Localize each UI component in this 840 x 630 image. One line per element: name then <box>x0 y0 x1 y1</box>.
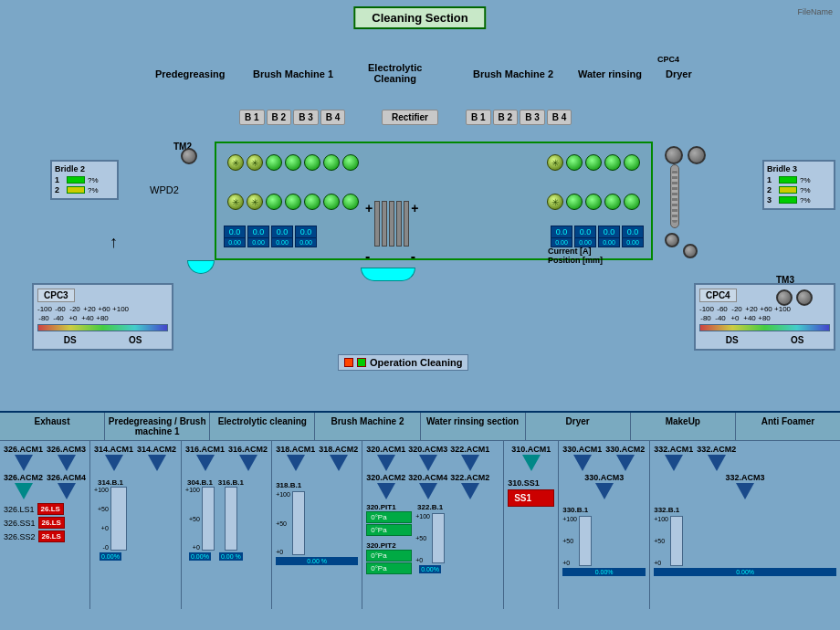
brush2-b4-button[interactable]: B 4 <box>547 110 572 125</box>
gauge-304-bar-area: +100 +50 +0 <box>185 487 215 551</box>
brush2-b2-button[interactable]: B 2 <box>493 110 519 125</box>
gauge-314-bar <box>110 487 127 551</box>
brush1-b2-button[interactable]: B 2 <box>267 110 292 125</box>
gauge-322: 322.B.1 +100 +50 +0 0.00% <box>415 503 445 574</box>
antifoamer-col: 332.ACM1 332.ACM2 332.ACM3 332.B.1 <box>650 441 840 609</box>
brush-circle-1 <box>266 154 282 171</box>
gauge-314: 314.B.1 +100 +50 +0 -0 0.00% <box>94 478 127 561</box>
brush2-b1-button[interactable]: B 1 <box>466 110 491 125</box>
acm-326-3: 326.ACM3 <box>47 445 86 471</box>
acm-330-1: 330.ACM1 <box>562 445 602 471</box>
bridle2-bar1 <box>67 176 85 184</box>
pit1-pa2: 0°Pa <box>366 524 412 536</box>
gauge-330-scale: +100 +50 +0 <box>562 516 577 566</box>
cpc4-ds-os: DS OS <box>699 335 830 345</box>
exhaust-acm-row1: 326.ACM1 326.ACM3 <box>4 445 86 471</box>
cpc4-scale-1: -100-60-20+20+60+100 <box>699 305 830 313</box>
cpc4-title: CPC4 <box>699 289 737 302</box>
gauge-r1: 0.0 <box>551 226 572 238</box>
brush-circle-4 <box>323 154 340 171</box>
tab-predegreasing[interactable]: Predegreasing / Brush machine 1 <box>105 413 210 440</box>
minus-sign-r: - <box>411 248 415 265</box>
funnel-332-1 <box>665 455 683 471</box>
gauge-316: 316.B.1 0.00 % <box>218 478 244 561</box>
current-label: Current [A] <box>548 247 603 256</box>
gauge-316-label: 316.B.1 <box>218 478 244 487</box>
tab-makeup[interactable]: MakeUp <box>631 413 736 440</box>
bridle2-title: Bridle 2 <box>55 164 114 173</box>
gauge-330-area: 330.B.1 +100 +50 +0 0.00% <box>562 503 646 576</box>
funnel-330-1 <box>573 455 592 471</box>
gauge-316-bar-area <box>225 487 237 551</box>
gauge-318-area: 318.B.1 +100 +50 +0 0.00 % <box>276 478 358 565</box>
brush2-col: 318.ACM1 318.ACM2 318.B.1 +100 +50 +0 <box>272 441 362 609</box>
acm-332-1: 332.ACM1 <box>654 445 693 471</box>
tab-antifoamer[interactable]: Anti Foamer <box>736 413 840 440</box>
rectifier-button[interactable]: Rectifier <box>382 110 438 125</box>
cyan-pool-predeg <box>187 260 215 274</box>
gauge-displays-left: 0.0 0.0 0.0 0.0 <box>224 226 317 238</box>
bridle3-bar3 <box>779 196 797 204</box>
brush-star-2: ✳ <box>247 154 263 171</box>
gauge-332-scale: +100 +50 +0 <box>654 516 668 566</box>
brushes-top-left: ✳ ✳ <box>227 154 359 171</box>
ss1-value: 26.LS <box>38 517 65 529</box>
brush-circle-b3 <box>304 194 320 210</box>
funnel-314-1 <box>105 455 123 471</box>
funnel-326-3 <box>58 455 76 471</box>
page-title: Cleaning Section <box>353 6 486 29</box>
dryer-area <box>656 142 710 260</box>
gauge-322-pct: 0.00% <box>419 565 441 573</box>
brush-circle-b1 <box>266 194 282 210</box>
plate-4 <box>396 201 402 247</box>
gauge-displays-left2: 0.00 0.00 0.00 0.00 <box>224 237 317 247</box>
gauge-314-bars: +100 +50 +0 -0 <box>94 487 127 551</box>
bridle3-row1: 1 ?% <box>767 175 831 184</box>
acm-330-3: 330.ACM3 <box>562 473 646 499</box>
gauge-330-bar-area: +100 +50 +0 <box>562 516 646 566</box>
electrolytic-plates-area: + + - - <box>365 196 415 278</box>
gauge-4: 0.0 <box>295 226 317 238</box>
predegreasing-label: Predegreasing <box>155 68 225 79</box>
bridle3-title: Bridle 3 <box>767 164 831 173</box>
bridle2-row1: 1 ?% <box>55 175 114 184</box>
brush-circle-b4 <box>323 194 340 210</box>
tab-water-rinsing[interactable]: Water rinsing section <box>421 413 526 440</box>
brush2-b3-button[interactable]: B 3 <box>520 110 545 125</box>
bridle3-row2: 2 ?% <box>767 185 831 194</box>
dryer-roller <box>670 164 679 228</box>
cpc4-scale-2: -80-40+0+40+80 <box>699 314 830 322</box>
brush-machine-2-label: Brush Machine 2 <box>473 68 553 79</box>
tab-brush2[interactable]: Brush Machine 2 <box>315 413 420 440</box>
wpd2-label: WPD2 <box>150 184 179 195</box>
dryer-pulley-4 <box>683 244 698 258</box>
ss1-area: 310.SS1 SS1 <box>508 478 554 507</box>
cpc4-scale-bar <box>699 324 830 331</box>
operation-label: Operation Cleaning <box>370 357 462 368</box>
tab-electrolytic[interactable]: Electrolytic cleaning <box>210 413 315 440</box>
brushes-bottom-right: ✳ <box>547 194 640 210</box>
elec-col: 316.ACM1 316.ACM2 304.B.1 +100 +50 +0 <box>182 441 272 609</box>
brush-circle-2 <box>285 154 301 171</box>
brushes-bottom-left: ✳ ✳ <box>227 194 359 210</box>
brush1-b3-button[interactable]: B 3 <box>293 110 319 125</box>
tm3-area: TM3 <box>776 274 813 306</box>
brush1-b1-button[interactable]: B 1 <box>239 110 265 125</box>
brush-circle-3 <box>304 154 320 171</box>
gauge-4b: 0.00 <box>295 237 317 247</box>
funnel-326-2 <box>15 483 33 499</box>
gauge-314-scale: +100 +50 +0 -0 <box>94 487 109 551</box>
gauge-332-label: 332.B.1 <box>654 506 679 514</box>
ls1-value: 26.LS <box>37 503 64 515</box>
tab-dryer[interactable]: Dryer <box>526 413 631 440</box>
brush1-b4-button[interactable]: B 4 <box>320 110 346 125</box>
gauge-318-pct: 0.00 % <box>276 557 358 565</box>
cpc3-box: CPC3 -100-60-20+20+60+100 -80-40+0+40+80… <box>32 283 173 351</box>
acm-326-4: 326.ACM4 <box>47 473 86 499</box>
tm3-pulleys <box>776 289 813 306</box>
gauge-314-area: 314.B.1 +100 +50 +0 -0 0.00% <box>94 478 177 561</box>
tabs-header: Exhaust Predegreasing / Brush machine 1 … <box>0 411 840 440</box>
brush-circle-r3 <box>604 154 621 171</box>
tab-exhaust[interactable]: Exhaust <box>0 413 105 440</box>
makeup-col: 330.ACM1 330.ACM2 330.ACM3 330.B.1 <box>559 441 650 609</box>
